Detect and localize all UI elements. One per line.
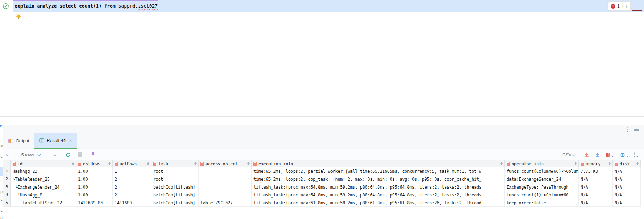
cell-access-object[interactable]: table:ZSCT027 xyxy=(199,199,252,207)
sort-icon[interactable] xyxy=(575,162,577,165)
sql-statement[interactable]: explain analyze select count(1) from sap… xyxy=(15,3,158,9)
cell-memory[interactable]: 7.73 KB xyxy=(579,167,613,175)
row-number[interactable]: 5 xyxy=(3,199,11,207)
cell-actRows[interactable]: 2 xyxy=(113,183,151,191)
cell-access-object[interactable] xyxy=(199,191,252,199)
column-header-memory[interactable]: memory xyxy=(579,160,613,167)
cell-id[interactable]: └ExchangeSender_24 xyxy=(11,183,76,191)
cell-execution-info[interactable]: time:65.2ms, loops:2, cop_task: {num: 2,… xyxy=(252,175,505,183)
cell-disk[interactable]: N/A xyxy=(613,199,641,207)
cell-actRows[interactable]: 2 xyxy=(113,191,151,199)
more-options-button[interactable] xyxy=(634,152,638,157)
cell-memory[interactable]: N/A xyxy=(579,183,613,191)
export-chevron-down-icon xyxy=(573,152,576,156)
stop-icon[interactable] xyxy=(78,152,82,157)
cell-id[interactable]: └TableFullScan_22 xyxy=(11,199,76,207)
sort-icon[interactable] xyxy=(609,162,611,165)
row-number[interactable]: 4 xyxy=(3,191,11,199)
column-header-access-object[interactable]: access object xyxy=(199,160,252,167)
sort-icon[interactable] xyxy=(72,162,74,165)
cell-memory[interactable]: N/A xyxy=(579,175,613,183)
cell-task[interactable]: batchCop[tiflash] xyxy=(151,199,199,207)
cell-access-object[interactable] xyxy=(199,175,252,183)
sort-icon[interactable] xyxy=(147,162,149,165)
cell-estRows[interactable]: 1.00 xyxy=(76,191,113,199)
clipped-selection-fragment xyxy=(0,167,3,176)
column-header-estRows[interactable]: estRows xyxy=(76,160,113,167)
next-error-arrow-icon[interactable]: ↓ xyxy=(625,4,628,9)
row-number[interactable]: 3 xyxy=(3,183,11,191)
sql-table-ref[interactable]: zsct027 xyxy=(138,3,158,9)
sort-icon[interactable] xyxy=(636,162,639,165)
column-header-task[interactable]: task xyxy=(151,160,199,167)
sort-icon[interactable] xyxy=(108,162,111,165)
row-number-header[interactable] xyxy=(3,160,11,167)
pin-icon[interactable] xyxy=(91,152,96,157)
row-number[interactable]: 1 xyxy=(3,167,11,175)
cell-execution-info[interactable]: tiflash_task:{proc max:64.8ms, min:59.2m… xyxy=(252,191,505,199)
lightbulb-icon[interactable] xyxy=(16,14,21,20)
close-icon[interactable]: × xyxy=(69,138,72,143)
compare-data-button[interactable] xyxy=(606,152,614,157)
prev-error-arrow-icon[interactable]: ↑ xyxy=(621,4,624,9)
cell-execution-info[interactable]: time:65.2ms, loops:2, partial_worker:{wa… xyxy=(252,167,505,175)
sort-icon[interactable] xyxy=(500,162,503,165)
cell-execution-info[interactable]: tiflash_task:{proc max:61.8ms, min:58.2m… xyxy=(252,199,505,207)
tool-window-options-icon[interactable] xyxy=(627,127,628,132)
page-size-chevron-down-icon[interactable] xyxy=(38,152,41,156)
export-format-select[interactable]: CSV xyxy=(562,152,576,157)
column-header-execution-info[interactable]: execution info xyxy=(252,160,505,167)
cell-execution-info[interactable]: tiflash_task:{proc max:64.8ms, min:59.2m… xyxy=(252,183,505,191)
cell-access-object[interactable] xyxy=(199,183,252,191)
cell-estRows[interactable]: 1.00 xyxy=(76,183,113,191)
cell-memory[interactable]: N/A xyxy=(579,191,613,199)
upload-icon[interactable] xyxy=(595,152,600,157)
tab-output[interactable]: Output xyxy=(3,133,34,149)
cell-actRows[interactable]: 1411689 xyxy=(113,199,151,207)
tab-result-44[interactable]: Result 44 × xyxy=(34,133,77,149)
cell-task[interactable]: batchCop[tiflash] xyxy=(151,191,199,199)
cell-estRows[interactable]: 1411689.00 xyxy=(76,199,113,207)
cell-operator-info[interactable]: funcs:count(Column#60)->Column#36 xyxy=(505,167,579,175)
cell-disk[interactable]: N/A xyxy=(613,167,641,175)
cell-id[interactable]: └TableReader_25 xyxy=(11,175,76,183)
first-page-button[interactable]: « xyxy=(6,152,9,157)
cell-disk[interactable]: N/A xyxy=(613,183,641,191)
sort-icon[interactable] xyxy=(194,162,197,165)
column-header-disk[interactable]: disk xyxy=(613,160,641,167)
cell-operator-info[interactable]: ExchangeType: PassThrough xyxy=(505,183,579,191)
sort-icon[interactable] xyxy=(247,162,250,165)
column-header-id[interactable]: id xyxy=(11,160,76,167)
cell-operator-info[interactable]: keep order:false xyxy=(505,199,579,207)
download-icon[interactable] xyxy=(584,152,589,157)
cell-task[interactable]: batchCop[tiflash] xyxy=(151,183,199,191)
cell-disk[interactable]: N/A xyxy=(613,191,641,199)
cell-task[interactable]: root xyxy=(151,167,199,175)
cell-access-object[interactable] xyxy=(199,167,252,175)
cell-operator-info[interactable]: funcs:count(1)->Column#60 xyxy=(505,191,579,199)
refresh-icon[interactable] xyxy=(65,152,71,158)
cell-task[interactable]: root xyxy=(151,175,199,183)
cell-memory[interactable]: N/A xyxy=(579,199,613,207)
cell-id[interactable]: └HashAgg_8 xyxy=(11,191,76,199)
cell-disk[interactable]: N/A xyxy=(613,175,641,183)
success-check-icon[interactable] xyxy=(3,3,9,9)
cell-estRows[interactable]: 1.00 xyxy=(76,167,113,175)
editor-split-divider[interactable] xyxy=(403,12,403,116)
previous-page-button[interactable]: ← xyxy=(13,152,18,157)
next-page-button[interactable]: → xyxy=(44,152,49,157)
cell-actRows[interactable]: 2 xyxy=(113,175,151,183)
hide-tool-window-button[interactable] xyxy=(634,129,639,131)
cell-operator-info[interactable]: data:ExchangeSender_24 xyxy=(505,175,579,183)
row-number[interactable]: 2 xyxy=(3,175,11,183)
page-size-label[interactable]: 5 rows xyxy=(21,152,34,157)
column-header-operator-info[interactable]: operator info xyxy=(505,160,579,167)
column-header-actRows[interactable]: actRows xyxy=(113,160,151,167)
cell-id[interactable]: HashAgg_23 xyxy=(11,167,76,175)
cell-actRows[interactable]: 1 xyxy=(113,167,151,175)
sql-editor[interactable]: explain analyze select count(1) from sap… xyxy=(0,0,644,117)
last-page-button[interactable]: » xyxy=(53,152,56,157)
cell-estRows[interactable]: 1.00 xyxy=(76,175,113,183)
error-stripe-mark[interactable] xyxy=(632,10,642,11)
view-options-button[interactable] xyxy=(619,153,629,157)
